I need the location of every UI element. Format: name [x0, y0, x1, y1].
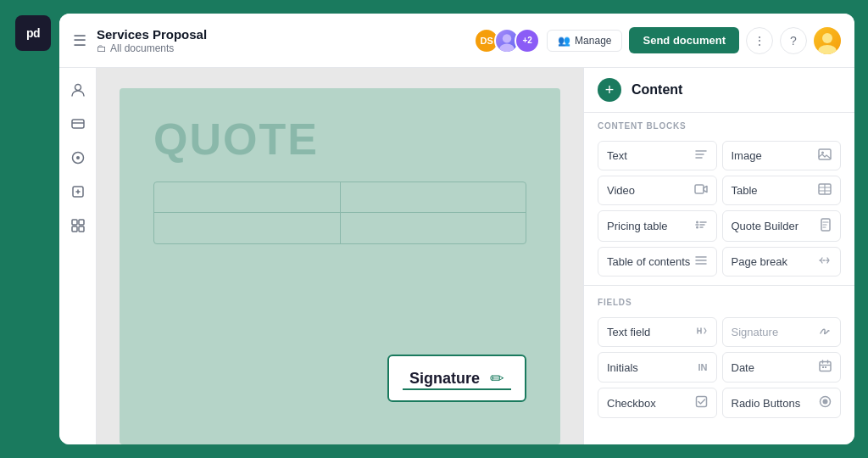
block-video[interactable]: Video: [598, 176, 717, 205]
svg-rect-22: [825, 366, 826, 368]
block-text-label: Text: [607, 149, 627, 162]
svg-point-14: [821, 152, 824, 154]
avatar-group: DS +2: [474, 28, 540, 53]
svg-rect-10: [79, 220, 84, 225]
svg-point-25: [823, 399, 828, 405]
block-text[interactable]: Text: [598, 141, 717, 170]
sidebar-item-billing[interactable]: [63, 109, 93, 139]
field-signature-label: Signature: [732, 326, 779, 338]
block-page-break[interactable]: Page break: [722, 247, 842, 276]
field-signature[interactable]: Signature: [722, 317, 842, 347]
right-sidebar: + Content CONTENT BLOCKS Text Ima: [583, 68, 854, 444]
user-avatar-image: [814, 27, 841, 54]
svg-rect-13: [819, 149, 831, 159]
fields-label: FIELDS: [584, 289, 854, 312]
sidebar-header: + Content: [584, 68, 854, 113]
user-avatar[interactable]: [814, 27, 841, 54]
content-blocks-label: CONTENT BLOCKS: [584, 113, 854, 136]
block-pricing-table[interactable]: Pricing table: [598, 210, 717, 242]
help-button[interactable]: ?: [780, 27, 807, 54]
svg-point-7: [76, 156, 80, 159]
block-video-label: Video: [607, 184, 635, 197]
svg-point-0: [503, 34, 511, 42]
field-text-label: Text field: [607, 326, 650, 338]
header: ☰ Services Proposal 🗀 All documents DS +…: [59, 14, 854, 68]
toc-block-icon: [694, 254, 708, 269]
block-page-break-label: Page break: [732, 255, 788, 268]
add-content-button[interactable]: +: [598, 78, 621, 102]
svg-point-17: [696, 221, 698, 224]
svg-rect-11: [72, 226, 77, 232]
folder-icon: 🗀: [97, 42, 107, 54]
block-quote-builder-label: Quote Builder: [732, 220, 799, 232]
header-actions: DS +2 👥 Manage Send document ⋮ ?: [474, 27, 841, 54]
quote-builder-icon: [820, 218, 832, 234]
sidebar-item-s[interactable]: [63, 176, 93, 207]
field-radio[interactable]: Radio Buttons: [722, 388, 842, 418]
app-logo[interactable]: pd: [15, 15, 51, 51]
more-icon: ⋮: [754, 34, 765, 47]
table-cell-2-1: [154, 213, 341, 243]
field-checkbox-label: Checkbox: [607, 397, 656, 410]
svg-rect-12: [79, 226, 84, 232]
field-date[interactable]: Date: [722, 352, 842, 383]
block-quote-builder[interactable]: Quote Builder: [722, 210, 842, 242]
block-image[interactable]: Image: [722, 141, 842, 170]
svg-point-4: [75, 85, 81, 91]
radio-field-icon: [819, 395, 832, 411]
fields-grid: Text field Signature: [584, 312, 854, 432]
send-document-button[interactable]: Send document: [629, 27, 739, 53]
more-options-button[interactable]: ⋮: [746, 27, 773, 54]
page-break-icon: [818, 254, 832, 269]
field-date-label: Date: [732, 361, 754, 374]
date-field-icon: [819, 360, 832, 375]
field-text[interactable]: Text field: [598, 317, 717, 347]
plus-icon: +: [605, 81, 615, 99]
body: QUOTE Signature ✏: [59, 68, 854, 444]
initials-field-icon: IN: [698, 362, 708, 372]
block-table-label: Table: [732, 184, 758, 197]
table-mockup: [153, 182, 526, 244]
avatar-count: +2: [515, 28, 540, 53]
block-toc-label: Table of contents: [607, 255, 690, 268]
quote-heading: QUOTE: [120, 88, 560, 182]
table-block-icon: [818, 183, 832, 198]
field-checkbox[interactable]: Checkbox: [598, 388, 717, 418]
signature-block[interactable]: Signature ✏: [387, 355, 526, 402]
text-field-icon: [694, 325, 708, 339]
sidebar-item-grid[interactable]: [63, 210, 93, 241]
table-cell-1-2: [341, 182, 526, 212]
block-image-label: Image: [732, 149, 762, 162]
svg-point-18: [696, 226, 698, 229]
field-initials-label: Initials: [607, 361, 638, 374]
checkbox-field-icon: [695, 395, 708, 411]
signature-label: Signature: [409, 370, 480, 388]
table-row-2: [154, 213, 526, 243]
svg-point-3: [818, 45, 837, 54]
sidebar-item-users[interactable]: [63, 75, 93, 105]
svg-rect-15: [695, 185, 704, 193]
sidebar-item-design[interactable]: [63, 142, 93, 173]
text-block-icon: [694, 148, 708, 163]
svg-point-2: [822, 33, 832, 43]
document-title: Services Proposal: [97, 26, 474, 43]
svg-rect-9: [72, 220, 77, 225]
image-block-icon: [818, 148, 832, 163]
content-blocks-grid: Text Image: [584, 136, 854, 282]
block-table-of-contents[interactable]: Table of contents: [598, 247, 717, 276]
icon-bar: [59, 68, 97, 444]
signature-field-icon: [818, 325, 832, 339]
manage-button[interactable]: 👥 Manage: [547, 30, 622, 52]
signature-line: [403, 388, 511, 390]
field-initials[interactable]: Initials IN: [598, 352, 717, 383]
help-icon: ?: [790, 34, 797, 47]
block-table[interactable]: Table: [722, 176, 842, 205]
signature-pen-icon: ✏: [490, 368, 504, 388]
table-row-1: [154, 182, 526, 213]
menu-icon[interactable]: ☰: [73, 31, 86, 50]
pricing-block-icon: [694, 219, 708, 233]
svg-rect-5: [72, 120, 84, 128]
fields-divider: [584, 285, 854, 286]
sidebar-title: Content: [632, 82, 682, 98]
table-cell-2-2: [341, 213, 526, 243]
